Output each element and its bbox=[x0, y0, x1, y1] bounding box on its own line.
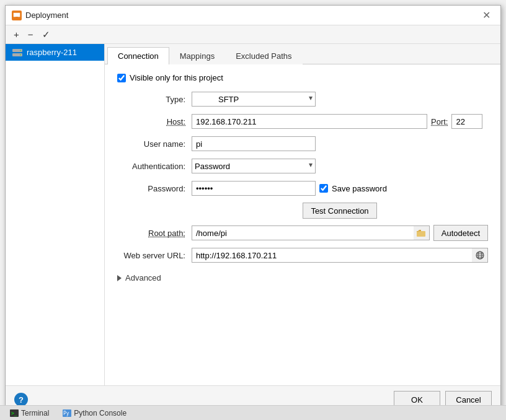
open-browser-button[interactable] bbox=[472, 248, 488, 263]
auth-control: Password Key pair (OpenSSH or PuTTY) Ope… bbox=[192, 159, 488, 173]
help-button[interactable]: ? bbox=[14, 393, 28, 406]
root-path-label: Root path: bbox=[117, 229, 192, 238]
web-url-control bbox=[192, 248, 488, 263]
app-icon bbox=[12, 11, 22, 20]
server-icon bbox=[12, 48, 23, 57]
terminal-label: Terminal bbox=[21, 409, 49, 418]
save-password-label[interactable]: Save password bbox=[332, 184, 387, 193]
terminal-icon: >_ bbox=[10, 409, 19, 417]
python-icon: Py bbox=[63, 409, 71, 417]
remove-button[interactable]: − bbox=[25, 28, 37, 40]
username-row: User name: pi bbox=[117, 136, 488, 152]
deployment-dialog: Deployment ✕ + − ✓ raspberry-211 bbox=[5, 5, 501, 414]
title-bar-left: Deployment bbox=[12, 11, 68, 20]
type-control: SFTP SFTP FTP Local or mounted folder bbox=[192, 92, 488, 107]
taskbar: >_ Terminal Py Python Console bbox=[0, 405, 506, 420]
host-input[interactable]: 192.168.170.211 bbox=[192, 114, 427, 129]
auth-select-wrapper: Password Key pair (OpenSSH or PuTTY) Ope… bbox=[192, 159, 316, 173]
root-path-input[interactable] bbox=[192, 225, 430, 240]
autodetect-button[interactable]: Autodetect bbox=[433, 225, 488, 241]
python-console-label: Python Console bbox=[74, 409, 126, 418]
root-path-control: Autodetect bbox=[192, 225, 488, 241]
svg-rect-1 bbox=[14, 18, 19, 19]
auth-row: Authentication: Password Key pair (OpenS… bbox=[117, 158, 488, 174]
auth-select[interactable]: Password Key pair (OpenSSH or PuTTY) Ope… bbox=[192, 159, 316, 173]
root-path-row: Root path: Autodetect bbox=[117, 225, 488, 241]
host-control: 192.168.170.211 Port: 22 bbox=[192, 114, 489, 129]
password-row: Password: Save password bbox=[117, 180, 488, 196]
svg-point-5 bbox=[20, 50, 21, 51]
tab-mappings[interactable]: Mappings bbox=[169, 47, 225, 64]
chevron-right-icon bbox=[117, 275, 122, 281]
add-button[interactable]: + bbox=[11, 28, 22, 40]
visible-only-label[interactable]: Visible only for this project bbox=[130, 73, 223, 82]
dialog-title: Deployment bbox=[25, 11, 68, 20]
port-input[interactable]: 22 bbox=[451, 114, 482, 129]
main-area: raspberry-211 Connection Mappings Exclud… bbox=[6, 44, 500, 385]
visible-only-row: Visible only for this project bbox=[117, 73, 488, 82]
sidebar-item-raspberry[interactable]: raspberry-211 bbox=[6, 44, 104, 61]
password-control: Save password bbox=[192, 181, 488, 196]
confirm-button[interactable]: ✓ bbox=[39, 28, 53, 40]
username-input[interactable]: pi bbox=[192, 136, 316, 151]
username-control: pi bbox=[192, 136, 488, 151]
taskbar-python-console[interactable]: Py Python Console bbox=[59, 408, 130, 419]
port-label: Port: bbox=[431, 117, 448, 126]
advanced-label: Advanced bbox=[125, 273, 161, 282]
tabs: Connection Mappings Excluded Paths bbox=[105, 44, 500, 64]
visible-only-checkbox[interactable] bbox=[117, 74, 126, 82]
type-label: Type: bbox=[117, 95, 192, 104]
svg-rect-7 bbox=[417, 231, 425, 237]
password-label: Password: bbox=[117, 184, 192, 193]
advanced-toggle[interactable]: Advanced bbox=[117, 269, 488, 286]
tab-connection[interactable]: Connection bbox=[107, 47, 169, 64]
svg-rect-2 bbox=[16, 17, 18, 18]
username-label: User name: bbox=[117, 139, 192, 149]
host-row: Host: 192.168.170.211 Port: 22 bbox=[117, 113, 488, 129]
type-select[interactable]: SFTP FTP Local or mounted folder bbox=[192, 92, 316, 107]
svg-text:>_: >_ bbox=[11, 411, 17, 416]
folder-browse-button[interactable] bbox=[414, 225, 430, 240]
type-select-wrapper: SFTP SFTP FTP Local or mounted folder bbox=[192, 92, 316, 107]
content-panel: Connection Mappings Excluded Paths Visib… bbox=[105, 44, 500, 385]
sidebar: raspberry-211 bbox=[6, 44, 105, 385]
port-section: Port: 22 bbox=[431, 114, 489, 129]
save-password-checkbox[interactable] bbox=[319, 184, 328, 193]
root-path-input-wrapper bbox=[192, 225, 430, 240]
web-url-row: Web server URL: bbox=[117, 247, 488, 263]
sidebar-item-label: raspberry-211 bbox=[27, 48, 77, 57]
url-input-wrapper bbox=[192, 248, 488, 263]
close-button[interactable]: ✕ bbox=[479, 8, 494, 22]
auth-label: Authentication: bbox=[117, 162, 192, 171]
tab-excluded-paths[interactable]: Excluded Paths bbox=[225, 47, 302, 64]
web-url-label: Web server URL: bbox=[117, 251, 192, 260]
title-bar: Deployment ✕ bbox=[6, 6, 500, 25]
svg-point-6 bbox=[20, 54, 21, 55]
test-connection-button[interactable]: Test Connection bbox=[303, 203, 376, 219]
svg-rect-0 bbox=[13, 12, 20, 17]
form-content: Visible only for this project Type: SFTP… bbox=[105, 64, 500, 385]
host-label: Host: bbox=[117, 117, 192, 126]
password-input[interactable] bbox=[192, 181, 316, 196]
advanced-section: Advanced bbox=[117, 269, 488, 286]
type-row: Type: SFTP SFTP FTP Local or mounted fol… bbox=[117, 91, 488, 107]
svg-text:Py: Py bbox=[63, 411, 69, 416]
test-connection-row: Test Connection bbox=[192, 203, 488, 219]
web-url-input[interactable] bbox=[192, 248, 488, 263]
toolbar: + − ✓ bbox=[6, 25, 500, 44]
taskbar-terminal[interactable]: >_ Terminal bbox=[6, 408, 53, 419]
